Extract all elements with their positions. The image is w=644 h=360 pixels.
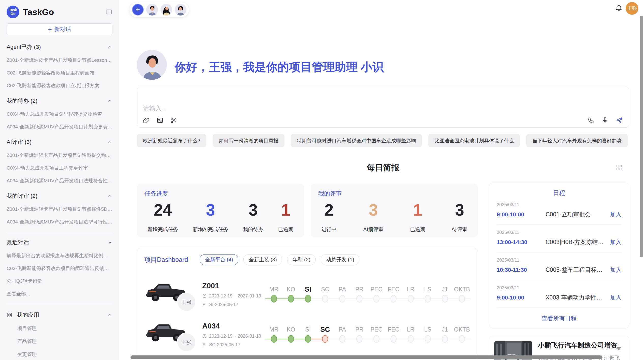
conversation-item[interactable]: A034-全新新能源MUV产品开发项目计划变更表编写 bbox=[7, 124, 112, 130]
conversation-item[interactable]: Z001-全新燃油皮卡产品开发项目SI节点Lesson Learn报告 bbox=[7, 57, 112, 64]
recent-view-all[interactable]: 查看全部... bbox=[7, 291, 112, 297]
image-icon[interactable] bbox=[156, 117, 164, 124]
milestone-line bbox=[431, 339, 436, 339]
conversation-item[interactable]: 解释最新出台的欧盟报废车法规再生塑料比例被调至15%... bbox=[7, 252, 112, 259]
app-title: TaskGo bbox=[23, 7, 105, 17]
new-chat-button[interactable]: + 新对话 bbox=[7, 23, 112, 35]
assistant-avatar-icon bbox=[137, 50, 167, 80]
milestone-label: PA bbox=[334, 285, 351, 294]
avatar-woman2-icon[interactable] bbox=[175, 4, 186, 16]
scroll-right-arrow-icon[interactable] bbox=[610, 355, 614, 359]
message-input[interactable]: 请输入... bbox=[137, 87, 629, 128]
conversation-item[interactable]: Z001-全新燃油轻卡产品开发项目SI造型提交物评审 bbox=[7, 152, 112, 159]
suggestion-chip[interactable]: 欧洲新规最近颁布了什么? bbox=[137, 134, 206, 147]
schedule-event-title: C001-立项审批会 bbox=[546, 211, 608, 218]
scroll-down-arrow-icon[interactable] bbox=[617, 347, 621, 351]
dashboard-tab[interactable]: 全新上装 (3) bbox=[243, 254, 282, 265]
conversation-item[interactable]: C0X4-动力总成开发项目SI里程碑提交物检查 bbox=[7, 111, 112, 117]
join-link[interactable]: 加入 bbox=[610, 266, 621, 274]
task-progress-card: 任务进度 24 新增完成任务 3 新增AI完成任务 3 我的待办 bbox=[137, 184, 304, 237]
milestone-dot bbox=[356, 335, 362, 343]
milestone-line bbox=[414, 339, 419, 339]
layout-grid-icon[interactable] bbox=[616, 164, 623, 171]
milestone-line bbox=[397, 298, 402, 299]
notification-bell-icon[interactable] bbox=[615, 5, 623, 12]
conversation-item[interactable]: A034-全新新能源MUV产品开发项目法规符合性评审 bbox=[7, 177, 112, 184]
collapse-sidebar-icon[interactable] bbox=[105, 8, 112, 16]
my-review-card: 我的评审 2 进行中 3 AI预评审 1 已逾期 bbox=[311, 184, 478, 237]
milestone-line bbox=[453, 339, 459, 339]
conversation-item[interactable]: C02-飞腾新能源轻客改款项目的闭环通告反馈情况 bbox=[7, 265, 112, 272]
milestone: MR bbox=[265, 285, 282, 304]
suggestion-chip[interactable]: 比亚迪全固态电池计划具体说了什么 bbox=[428, 134, 520, 147]
horizontal-scrollbar[interactable] bbox=[130, 355, 602, 359]
plus-icon: + bbox=[48, 26, 52, 33]
add-session-button[interactable]: + bbox=[132, 4, 144, 16]
app-item[interactable]: 产品管理 bbox=[7, 338, 112, 345]
milestone-dot bbox=[408, 295, 414, 303]
conversation-item[interactable]: 公司Q3轻卡销量 bbox=[7, 278, 112, 284]
conversation-item[interactable]: C0X4-动力总成开发项目工程变更评审 bbox=[7, 165, 112, 171]
conversation-item[interactable]: C02-飞腾新能源轻客改款项目立项汇报方案 bbox=[7, 82, 112, 89]
section-header-agent-done[interactable]: Agent已办 (3) bbox=[7, 43, 112, 51]
schedule-item: 2025/03/11 9:00-10:00 C001-立项审批会 加入 bbox=[497, 197, 621, 225]
stat-value: 2 bbox=[325, 201, 334, 219]
milestone-label: PR bbox=[351, 285, 368, 294]
greeting-text: 你好，王强，我是你的项目管理助理 小识 bbox=[174, 59, 384, 75]
conversation-item[interactable]: A034-全新新能源MUV产品开发项目造型可行性评审 bbox=[7, 219, 112, 225]
dashboard-tab[interactable]: 全新平台 (4) bbox=[200, 254, 238, 265]
project-row[interactable]: 王强 Z001 2023-12-19 ~ 2027-01-19 bbox=[144, 274, 471, 314]
stat-value: 3 bbox=[248, 201, 258, 219]
section-header-my-review[interactable]: 我的评审 (2) bbox=[7, 192, 112, 200]
app-item[interactable]: 项目管理 bbox=[7, 325, 112, 332]
milestone-line bbox=[368, 298, 374, 299]
scissors-icon[interactable] bbox=[170, 117, 177, 124]
vertical-scrollbar[interactable] bbox=[640, 16, 643, 257]
suggestion-chip[interactable]: 特朗普可能对进口汽车增税会对中国车企造成哪些影响 bbox=[291, 134, 422, 147]
section-header-recent[interactable]: 最近对话 bbox=[7, 239, 112, 246]
suggestion-chip[interactable]: 当下年轻人对汽车外观有怎样的喜好趋势 bbox=[526, 134, 628, 147]
chevron-up-icon[interactable] bbox=[107, 44, 112, 50]
milestone-line bbox=[334, 339, 339, 339]
dashboard-tab[interactable]: 年型 (2) bbox=[287, 254, 316, 265]
join-link[interactable]: 加入 bbox=[610, 294, 621, 302]
dashboard-tab[interactable]: 动总开发 (1) bbox=[321, 254, 359, 265]
stat: 1 已逾期 bbox=[278, 201, 293, 233]
phone-call-icon[interactable] bbox=[587, 117, 594, 124]
chevron-up-icon[interactable] bbox=[107, 312, 112, 318]
chevron-up-icon[interactable] bbox=[107, 193, 112, 199]
chevron-up-icon[interactable] bbox=[107, 240, 112, 245]
milestone-line bbox=[311, 339, 317, 339]
sidebar-item-my-apps[interactable]: 我的应用 bbox=[7, 311, 112, 319]
milestone-dot bbox=[459, 295, 465, 303]
conversation-item[interactable]: C02-飞腾新能源轻客改款项目里程碑画布 bbox=[7, 70, 112, 76]
section-header-my-todo[interactable]: 我的待办 (2) bbox=[7, 97, 112, 105]
project-rows: 王强 Z001 2023-12-19 ~ 2027-01-19 bbox=[144, 274, 471, 355]
section-header-ai-review[interactable]: AI评审 (3) bbox=[7, 138, 112, 146]
stat: 3 AI预评审 bbox=[363, 201, 383, 233]
suggestion-chip[interactable]: 如何写一份清晰的项目周报 bbox=[213, 134, 284, 147]
milestone-line bbox=[294, 298, 300, 299]
avatar-woman-icon[interactable] bbox=[160, 4, 172, 16]
session-switcher: + bbox=[129, 2, 189, 17]
app-item[interactable]: 变更管理 bbox=[7, 351, 112, 358]
microphone-icon[interactable] bbox=[602, 117, 609, 124]
conversation-item[interactable]: Z001-全新燃油轻卡产品开发项目SI节点属性5D文件评审 bbox=[7, 206, 112, 213]
milestone-line bbox=[402, 339, 408, 339]
project-row[interactable]: 王强 A034 2023-12-19 ~ 2026-01-19 bbox=[144, 314, 471, 355]
milestone-label: PA bbox=[334, 325, 351, 334]
chevron-up-icon[interactable] bbox=[107, 140, 112, 145]
milestone: PR bbox=[351, 285, 368, 304]
project-dates: 2023-12-19 ~ 2027-01-19 bbox=[202, 293, 263, 299]
user-avatar[interactable]: 王强 bbox=[626, 2, 638, 15]
attachment-icon[interactable] bbox=[143, 117, 150, 124]
view-all-schedule-link[interactable]: 查看所有日程 bbox=[497, 314, 621, 322]
avatar-man-icon[interactable] bbox=[146, 4, 158, 16]
send-icon[interactable] bbox=[616, 117, 623, 124]
milestone-dot bbox=[288, 335, 294, 343]
join-link[interactable]: 加入 bbox=[610, 238, 621, 246]
join-link[interactable]: 加入 bbox=[610, 211, 621, 218]
milestone-dot bbox=[271, 335, 277, 343]
chevron-up-icon[interactable] bbox=[107, 98, 112, 103]
milestone-line bbox=[448, 298, 453, 299]
